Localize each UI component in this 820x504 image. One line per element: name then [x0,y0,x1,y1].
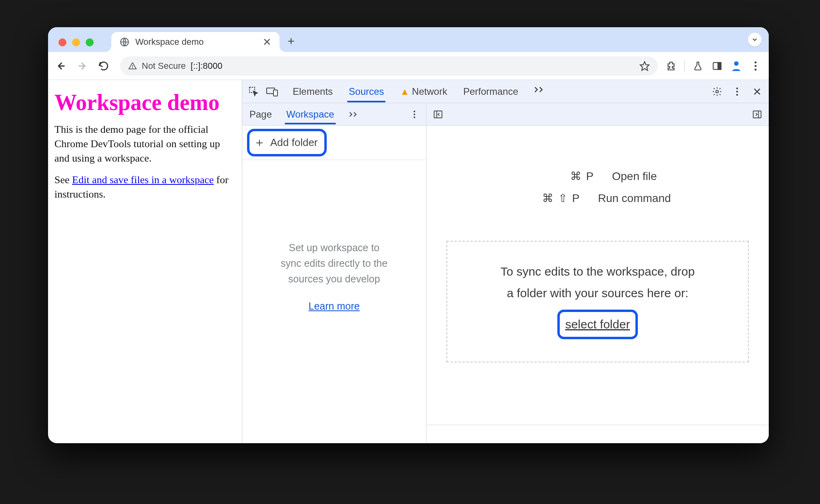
reload-button[interactable] [98,61,116,71]
svg-point-25 [414,116,415,118]
forward-button[interactable] [77,60,94,72]
extensions-icon[interactable] [665,60,677,72]
toolbar-right [662,60,762,72]
svg-point-18 [736,87,738,89]
show-debugger-icon[interactable] [751,108,763,120]
rendered-page: Workspace demo This is the demo page for… [48,80,242,443]
svg-marker-6 [640,62,649,70]
select-folder-button[interactable]: select folder [557,310,638,339]
warning-icon: ▲ [400,86,410,97]
add-folder-button[interactable]: ＋ Add folder [247,129,327,156]
tab-network[interactable]: ▲Network [398,81,449,102]
window-controls [55,38,99,52]
back-button[interactable] [55,60,73,72]
shortcut-label: Run command [598,192,671,205]
page-paragraph: See Edit and save files in a workspace f… [54,173,235,202]
show-navigator-icon[interactable] [432,108,444,120]
device-toggle-icon[interactable] [266,86,278,98]
page-paragraph: This is the demo page for the official C… [54,122,235,166]
close-devtools-button[interactable] [751,86,763,98]
svg-point-23 [414,110,415,112]
settings-gear-icon[interactable] [711,86,723,98]
shortcut-keys: ⌘ ⇧ P [524,192,580,205]
svg-rect-9 [718,62,721,69]
sources-main: ⌘ P Open file ⌘ ⇧ P Run command To sync … [426,103,769,443]
browser-window: Workspace demo ✕ + Not Secure [::]:8000 [48,27,769,443]
workspace-hint: Set up workspace to sync edits directly … [242,240,426,314]
navigator-tabs: Page Workspace [242,103,426,126]
add-folder-row: ＋ Add folder [242,126,426,160]
security-label: Not Secure [142,61,186,71]
not-secure-icon [128,62,137,70]
editor-toolbar [426,103,769,126]
sources-navigator: Page Workspace ＋ Add folder [242,103,426,443]
devtools-menu-button[interactable] [731,86,743,98]
svg-point-12 [755,65,757,67]
svg-point-17 [716,90,719,93]
devtools-panel: Elements Sources ▲Network Performance [242,80,769,443]
tab-elements[interactable]: Elements [291,81,334,102]
minimize-window-button[interactable] [72,38,80,46]
svg-point-10 [734,61,738,66]
inspect-icon[interactable] [248,86,260,98]
shortcuts-hint: ⌘ P Open file ⌘ ⇧ P Run command [426,170,769,205]
tab-search-button[interactable] [748,33,762,46]
close-tab-button[interactable]: ✕ [263,36,271,48]
browser-tab[interactable]: Workspace demo ✕ [111,32,279,52]
workspace-dropzone[interactable]: To sync edits to the workspace, drop a f… [446,241,749,362]
bookmark-star-icon[interactable] [639,61,650,71]
add-folder-label: Add folder [270,136,318,149]
content-area: Workspace demo This is the demo page for… [48,80,769,443]
shortcut-keys: ⌘ P [538,170,594,183]
svg-point-11 [755,61,757,63]
toolbar: Not Secure [::]:8000 [48,52,769,80]
workspace-tutorial-link[interactable]: Edit and save files in a workspace [72,174,214,186]
svg-point-24 [414,113,415,115]
tab-performance[interactable]: Performance [462,81,520,102]
svg-point-5 [133,68,133,68]
svg-rect-16 [273,90,277,96]
divider [684,60,685,72]
more-tabs-button[interactable] [533,81,547,102]
side-panel-icon[interactable] [711,60,723,72]
url-text: [::]:8000 [191,61,635,71]
nav-more-tabs-button[interactable] [347,107,361,122]
tab-sources[interactable]: Sources [347,81,386,102]
svg-point-20 [736,94,738,96]
maximize-window-button[interactable] [86,38,94,46]
nav-tab-workspace[interactable]: Workspace [285,105,336,124]
page-heading: Workspace demo [54,90,235,115]
devtools-top-tabs: Elements Sources ▲Network Performance [242,80,769,103]
tab-title: Workspace demo [135,37,257,47]
nav-tab-page[interactable]: Page [248,105,273,124]
labs-icon[interactable] [692,60,704,72]
shortcut-label: Open file [612,170,657,183]
devtools-body: Page Workspace ＋ Add folder [242,103,769,443]
chrome-menu-button[interactable] [750,60,762,72]
address-bar[interactable]: Not Secure [::]:8000 [120,56,658,76]
navigator-menu-button[interactable] [408,108,420,120]
editor-footer [426,425,769,443]
learn-more-link[interactable]: Learn more [254,298,414,314]
plus-icon: ＋ [253,134,265,151]
close-window-button[interactable] [58,38,66,46]
svg-point-19 [736,90,738,92]
globe-icon [119,37,130,47]
svg-point-13 [755,68,757,70]
tab-strip: Workspace demo ✕ + [48,27,769,52]
profile-avatar[interactable] [730,60,742,72]
